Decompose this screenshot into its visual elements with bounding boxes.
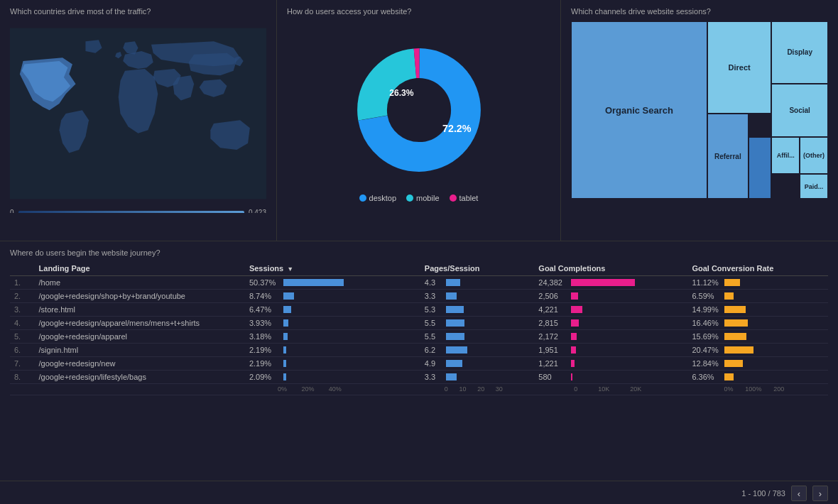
pages-bar bbox=[446, 306, 464, 313]
row-goals: 2,815 bbox=[534, 317, 687, 330]
axis-s20: 20% bbox=[301, 385, 314, 393]
row-rate: 15.69% bbox=[687, 330, 828, 344]
map-scale: 0 0.423 bbox=[10, 209, 266, 213]
col-pages: Pages/Session bbox=[420, 261, 535, 276]
row-num: 3. bbox=[10, 303, 35, 317]
rate-bar bbox=[724, 319, 748, 327]
treemap-other: (Other) bbox=[800, 137, 828, 175]
treemap-title: Which channels drive website sessions? bbox=[571, 7, 828, 16]
row-pages: 3.3 bbox=[420, 290, 535, 303]
desktop-label: 72.2% bbox=[442, 123, 472, 134]
treemap-organic: Organic Search bbox=[571, 21, 707, 199]
goals-bar bbox=[571, 360, 575, 367]
row-sessions: 50.37% bbox=[245, 276, 420, 290]
col-sessions[interactable]: Sessions ▼ bbox=[245, 261, 420, 276]
row-rate: 12.84% bbox=[687, 357, 828, 371]
treemap-referral-bottom bbox=[749, 137, 772, 199]
table-row: 3. /store.html 6.47% 5.3 4,221 14.99% bbox=[10, 303, 828, 317]
pages-bar bbox=[446, 333, 464, 340]
axis-s40: 40% bbox=[329, 385, 342, 393]
table-body: 1. /home 50.37% 4.3 24,382 11.12% bbox=[10, 276, 828, 384]
tablet-dot bbox=[450, 195, 457, 202]
mobile-label: 26.3% bbox=[389, 88, 414, 98]
row-rate: 6.59% bbox=[687, 290, 828, 303]
map-container: 0 0.423 bbox=[10, 21, 266, 213]
pages-bar bbox=[446, 292, 457, 300]
donut-title: How do users access your website? bbox=[287, 7, 550, 16]
table-row: 2. /google+redesign/shop+by+brand/youtub… bbox=[10, 290, 828, 303]
row-goals: 580 bbox=[534, 371, 687, 384]
goals-bar bbox=[571, 333, 577, 340]
donut-chart: 72.2% 26.3% bbox=[341, 32, 497, 188]
treemap-referral: Referral bbox=[707, 114, 749, 199]
pages-bar bbox=[446, 373, 457, 380]
dashboard: Which countries drive most of the traffi… bbox=[0, 0, 838, 504]
row-sessions: 2.09% bbox=[245, 371, 420, 384]
row-pages: 4.3 bbox=[420, 276, 535, 290]
sessions-bar bbox=[283, 346, 286, 354]
pagination-text: 1 - 100 / 783 bbox=[741, 489, 785, 498]
sessions-bar bbox=[283, 360, 286, 367]
row-page: /google+redesign/apparel bbox=[35, 330, 245, 344]
row-pages: 4.9 bbox=[420, 357, 535, 371]
legend-desktop: desktop bbox=[359, 194, 397, 202]
row-num: 6. bbox=[10, 344, 35, 357]
goals-bar bbox=[571, 373, 572, 380]
data-table: Landing Page Sessions ▼ Pages/Session Go… bbox=[10, 261, 828, 395]
scale-min: 0 bbox=[10, 209, 14, 213]
axis-p10: 10 bbox=[459, 385, 466, 393]
axis-r200: 200 bbox=[773, 385, 784, 393]
axis-p30: 30 bbox=[496, 385, 503, 393]
treemap-affil: Affil... bbox=[771, 137, 800, 175]
next-page-button[interactable]: › bbox=[812, 486, 828, 501]
treemap-direct: Direct bbox=[707, 21, 772, 114]
desktop-dot bbox=[359, 195, 366, 202]
mobile-dot bbox=[406, 195, 413, 202]
legend-mobile: mobile bbox=[406, 194, 439, 202]
row-page: /google+redesign/new bbox=[35, 357, 245, 371]
row-sessions: 6.47% bbox=[245, 303, 420, 317]
col-num bbox=[10, 261, 35, 276]
treemap-container: Organic Search Direct Referral Display bbox=[571, 21, 828, 213]
goals-bar bbox=[571, 292, 578, 300]
rate-bar bbox=[724, 360, 743, 367]
row-page: /google+redesign/lifestyle/bags bbox=[35, 371, 245, 384]
axis-r0: 0% bbox=[724, 385, 733, 393]
rate-bar bbox=[724, 306, 746, 313]
row-num: 8. bbox=[10, 371, 35, 384]
row-sessions: 3.18% bbox=[245, 330, 420, 344]
axis-g0: 0 bbox=[574, 385, 577, 393]
row-sessions: 2.19% bbox=[245, 357, 420, 371]
bottom-section: Where do users begin the website journey… bbox=[0, 241, 838, 481]
top-row: Which countries drive most of the traffi… bbox=[0, 0, 838, 241]
map-panel: Which countries drive most of the traffi… bbox=[0, 0, 277, 241]
pages-bar bbox=[446, 360, 462, 367]
row-num: 5. bbox=[10, 330, 35, 344]
row-goals: 1,221 bbox=[534, 357, 687, 371]
table-title: Where do users begin the website journey… bbox=[10, 248, 828, 257]
row-goals: 2,172 bbox=[534, 330, 687, 344]
world-map bbox=[10, 21, 266, 206]
tablet-label-text: tablet bbox=[459, 194, 479, 202]
axis-s0: 0% bbox=[278, 385, 287, 393]
donut-legend: desktop mobile tablet bbox=[359, 194, 479, 202]
axis-g20k: 20K bbox=[630, 385, 641, 393]
row-num: 2. bbox=[10, 290, 35, 303]
sessions-bar bbox=[283, 333, 288, 340]
rate-bar bbox=[724, 292, 734, 300]
desktop-label-text: desktop bbox=[369, 194, 397, 202]
rate-bar bbox=[724, 279, 740, 286]
row-rate: 14.99% bbox=[687, 303, 828, 317]
row-pages: 3.3 bbox=[420, 371, 535, 384]
row-goals: 24,382 bbox=[534, 276, 687, 290]
rate-bar bbox=[724, 346, 753, 354]
table-row: 4. /google+redesign/apparel/mens/mens+t+… bbox=[10, 317, 828, 330]
row-goals: 2,506 bbox=[534, 290, 687, 303]
rate-bar bbox=[724, 373, 734, 380]
prev-page-button[interactable]: ‹ bbox=[791, 486, 807, 501]
sort-icon: ▼ bbox=[287, 265, 293, 273]
row-page: /home bbox=[35, 276, 245, 290]
pages-bar bbox=[446, 279, 460, 286]
map-title: Which countries drive most of the traffi… bbox=[10, 7, 266, 16]
row-sessions: 8.74% bbox=[245, 290, 420, 303]
